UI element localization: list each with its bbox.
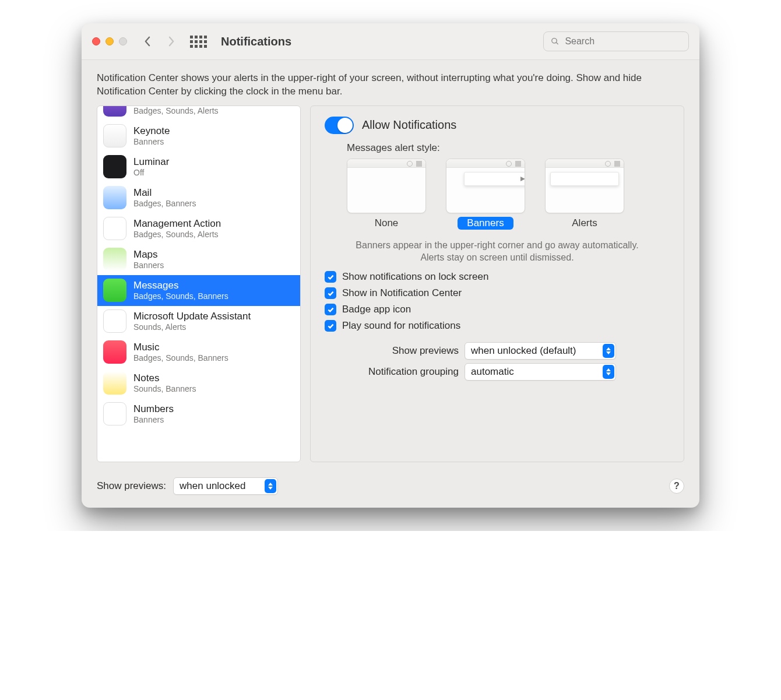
app-row[interactable]: (Kandji)Badges, Sounds, Alerts	[97, 106, 300, 121]
alert-style-heading: Messages alert style:	[347, 142, 670, 154]
sound-label: Play sound for notifications	[342, 320, 460, 332]
footer-show-previews-value: when unlocked	[180, 480, 260, 492]
footer-show-previews-select[interactable]: when unlocked	[173, 477, 278, 495]
app-sub: Banners	[133, 137, 170, 146]
app-sub: Badges, Sounds, Banners	[133, 291, 228, 301]
app-name: Microsoft Update Assistant	[133, 311, 251, 322]
app-sub: Badges, Sounds, Alerts	[133, 230, 221, 239]
show-previews-label: Show previews	[325, 345, 459, 357]
app-icon	[103, 402, 126, 425]
app-sub: Banners	[133, 261, 164, 270]
alert-style-options: None Banners Alerts	[347, 159, 670, 230]
app-icon	[103, 106, 126, 117]
detail-panel: Allow Notifications Messages alert style…	[310, 105, 684, 462]
system-preferences-window: Notifications Notification Center shows …	[82, 23, 699, 508]
search-field[interactable]	[543, 31, 689, 51]
titlebar: Notifications	[82, 23, 699, 60]
app-name: Mail	[133, 187, 196, 199]
app-icon	[103, 340, 126, 364]
window-close-button[interactable]	[92, 37, 100, 45]
app-name: Luminar	[133, 156, 169, 168]
alert-style-alerts-label: Alerts	[562, 217, 606, 230]
grouping-label: Notification grouping	[325, 366, 459, 378]
show-previews-value: when unlocked (default)	[471, 345, 598, 357]
app-sub: Sounds, Alerts	[133, 322, 251, 332]
app-icon	[103, 279, 126, 302]
pane-description: Notification Center shows your alerts in…	[82, 60, 699, 105]
pane-title: Notifications	[221, 35, 291, 48]
app-name: Music	[133, 342, 228, 353]
allow-notifications-switch[interactable]	[325, 117, 354, 134]
app-sub: Badges, Banners	[133, 199, 196, 208]
app-icon	[103, 124, 126, 147]
allow-notifications-label: Allow Notifications	[362, 118, 456, 132]
select-group: Show previews when unlocked (default) No…	[325, 342, 670, 381]
nav-back-button[interactable]	[139, 33, 155, 50]
app-row[interactable]: KeynoteBanners	[97, 121, 300, 152]
alert-style-none-label: None	[365, 217, 408, 230]
checkbox-icon	[325, 304, 336, 315]
app-sub: Off	[133, 168, 169, 177]
badge-checkbox[interactable]: Badge app icon	[325, 304, 670, 315]
app-row[interactable]: NotesSounds, Banners	[97, 368, 300, 399]
show-previews-select[interactable]: when unlocked (default)	[465, 342, 616, 360]
alert-style-none-preview	[347, 159, 426, 213]
app-sub: Badges, Sounds, Alerts	[133, 106, 219, 115]
app-row[interactable]: NumbersBanners	[97, 399, 300, 430]
window-zoom-button	[119, 37, 127, 45]
help-button[interactable]: ?	[669, 479, 684, 494]
app-name: Notes	[133, 372, 196, 384]
app-sub: Badges, Sounds, Banners	[133, 353, 228, 363]
app-row[interactable]: MapsBanners	[97, 244, 300, 275]
alert-style-banners-label: Banners	[458, 217, 513, 230]
app-name: Messages	[133, 280, 228, 291]
chevron-up-down-icon	[603, 344, 614, 358]
notification-center-label: Show in Notification Center	[342, 287, 462, 299]
alert-style-banners-preview	[446, 159, 525, 213]
app-icon	[103, 309, 126, 333]
content-area: (Kandji)Badges, Sounds, AlertsKeynoteBan…	[82, 105, 699, 472]
notification-center-checkbox[interactable]: Show in Notification Center	[325, 287, 670, 299]
window-minimize-button[interactable]	[105, 37, 114, 45]
app-name: Maps	[133, 249, 164, 261]
lock-screen-checkbox[interactable]: Show notifications on lock screen	[325, 271, 670, 283]
grouping-select[interactable]: automatic	[465, 363, 616, 381]
app-name: Keynote	[133, 125, 170, 137]
search-input[interactable]	[564, 36, 681, 47]
alert-style-banners[interactable]: Banners	[446, 159, 525, 230]
app-list[interactable]: (Kandji)Badges, Sounds, AlertsKeynoteBan…	[97, 105, 301, 462]
app-row[interactable]: MessagesBadges, Sounds, Banners	[97, 275, 300, 306]
app-name: Numbers	[133, 403, 174, 415]
app-icon	[103, 371, 126, 395]
nav-forward-button	[163, 33, 180, 50]
app-sub: Sounds, Banners	[133, 384, 196, 393]
app-icon	[103, 248, 126, 271]
footer-show-previews-label: Show previews:	[97, 480, 166, 492]
app-icon	[103, 186, 126, 209]
app-row[interactable]: Microsoft Update AssistantSounds, Alerts	[97, 306, 300, 337]
app-row[interactable]: Management ActionBadges, Sounds, Alerts	[97, 213, 300, 244]
app-icon	[103, 155, 126, 178]
app-icon	[103, 217, 126, 240]
grouping-value: automatic	[471, 366, 598, 378]
app-row[interactable]: MusicBadges, Sounds, Banners	[97, 337, 300, 368]
lock-screen-label: Show notifications on lock screen	[342, 271, 488, 283]
app-row[interactable]: MailBadges, Banners	[97, 182, 300, 213]
alert-style-none[interactable]: None	[347, 159, 426, 230]
sound-checkbox[interactable]: Play sound for notifications	[325, 320, 670, 332]
alert-style-description: Banners appear in the upper-right corner…	[347, 239, 648, 264]
app-name: Management Action	[133, 218, 221, 230]
options-list: Show notifications on lock screen Show i…	[325, 271, 670, 332]
app-sub: Banners	[133, 415, 174, 424]
alert-style-alerts[interactable]: Alerts	[545, 159, 624, 230]
search-icon	[551, 37, 559, 46]
checkbox-icon	[325, 271, 336, 283]
footer: Show previews: when unlocked ?	[82, 472, 699, 508]
alert-style-alerts-preview	[545, 159, 624, 213]
chevron-up-down-icon	[265, 479, 276, 493]
badge-label: Badge app icon	[342, 304, 411, 315]
show-all-prefs-button[interactable]	[190, 36, 207, 48]
app-row[interactable]: LuminarOff	[97, 152, 300, 182]
checkbox-icon	[325, 320, 336, 332]
chevron-up-down-icon	[603, 365, 614, 379]
